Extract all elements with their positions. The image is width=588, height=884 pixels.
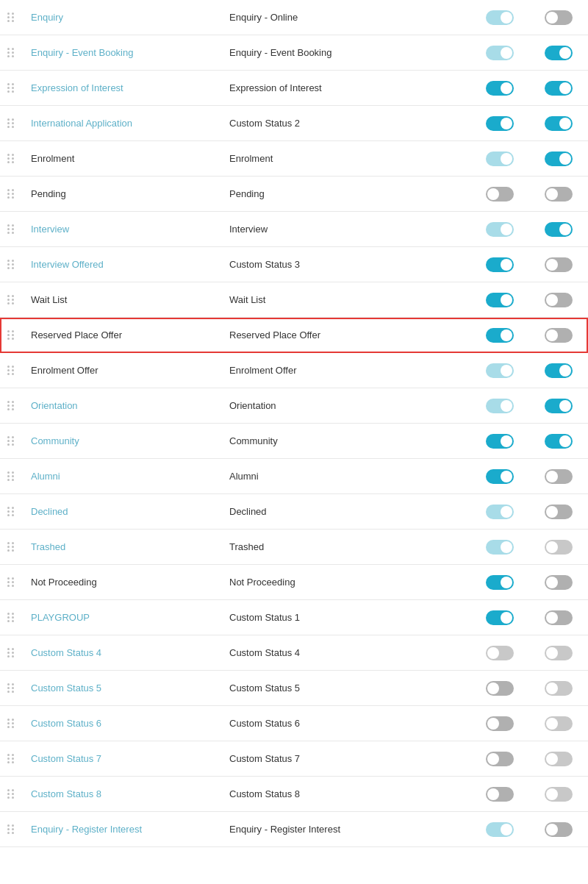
- row-status-text: Alumni: [220, 463, 470, 489]
- toggle-col1: [470, 787, 529, 802]
- drag-handle[interactable]: [0, 260, 22, 269]
- toggle-2[interactable]: [545, 505, 573, 519]
- drag-handle[interactable]: [0, 401, 22, 410]
- toggle-1[interactable]: [486, 469, 514, 484]
- toggle-1[interactable]: [486, 716, 514, 731]
- toggle-1[interactable]: [486, 257, 514, 272]
- toggle-1[interactable]: [486, 681, 514, 696]
- toggle-2[interactable]: [545, 787, 573, 802]
- toggle-2[interactable]: [545, 363, 573, 378]
- toggle-2[interactable]: [545, 822, 573, 837]
- toggle-1[interactable]: [486, 752, 514, 766]
- toggle-1[interactable]: [486, 610, 514, 625]
- toggle-2[interactable]: [545, 46, 573, 60]
- toggle-2[interactable]: [545, 540, 573, 555]
- toggle-col2: [529, 646, 588, 660]
- drag-handle[interactable]: [0, 789, 22, 799]
- row-name-text: Custom Status 6: [31, 718, 101, 729]
- toggle-col1: [470, 116, 529, 131]
- drag-handle[interactable]: [0, 366, 22, 375]
- toggle-col1: [470, 505, 529, 519]
- drag-handle[interactable]: [0, 613, 22, 622]
- toggle-2[interactable]: [545, 469, 573, 484]
- drag-handle[interactable]: [0, 648, 22, 657]
- toggle-col1: [470, 81, 529, 96]
- row-name: Custom Status 7: [22, 746, 220, 771]
- toggle-1[interactable]: [486, 81, 514, 96]
- toggle-1[interactable]: [486, 46, 514, 60]
- drag-handle[interactable]: [0, 83, 22, 93]
- toggle-2[interactable]: [545, 434, 573, 449]
- toggle-1[interactable]: [486, 399, 514, 413]
- toggle-1[interactable]: [486, 575, 514, 590]
- row-name-text: Not Proceeding: [31, 577, 97, 588]
- toggle-1[interactable]: [486, 505, 514, 519]
- toggle-2[interactable]: [545, 328, 573, 343]
- drag-handle[interactable]: [0, 295, 22, 304]
- toggle-col1: [470, 540, 529, 555]
- toggle-2[interactable]: [545, 610, 573, 625]
- toggle-2[interactable]: [545, 152, 573, 166]
- row-name: Pending: [22, 181, 220, 207]
- toggle-1[interactable]: [486, 10, 514, 25]
- toggle-1[interactable]: [486, 822, 514, 837]
- drag-handle[interactable]: [0, 471, 22, 481]
- toggle-col1: [470, 752, 529, 766]
- toggle-2[interactable]: [545, 646, 573, 660]
- row-status-text: Declined: [220, 499, 470, 524]
- toggle-1[interactable]: [486, 646, 514, 660]
- toggle-col2: [529, 10, 588, 25]
- toggle-1[interactable]: [486, 363, 514, 378]
- row-status-text: Enrolment: [220, 146, 470, 171]
- row-name: Interview Offered: [22, 252, 220, 277]
- toggle-1[interactable]: [486, 328, 514, 343]
- toggle-col2: [529, 540, 588, 555]
- row-name-text: Enquiry - Register Interest: [31, 824, 142, 835]
- toggle-1[interactable]: [486, 293, 514, 307]
- toggle-1[interactable]: [486, 540, 514, 555]
- drag-handle[interactable]: [0, 683, 22, 693]
- toggle-2[interactable]: [545, 399, 573, 413]
- row-name: Orientation: [22, 393, 220, 418]
- toggle-1[interactable]: [486, 187, 514, 202]
- drag-handle[interactable]: [0, 118, 22, 128]
- table-row: Custom Status 7Custom Status 7: [0, 741, 588, 777]
- toggle-1[interactable]: [486, 152, 514, 166]
- toggle-2[interactable]: [545, 681, 573, 696]
- toggle-2[interactable]: [545, 222, 573, 237]
- table-row: InterviewInterview: [0, 212, 588, 247]
- toggle-1[interactable]: [486, 222, 514, 237]
- toggle-col2: [529, 752, 588, 766]
- drag-handle[interactable]: [0, 754, 22, 763]
- drag-handle[interactable]: [0, 542, 22, 552]
- toggle-2[interactable]: [545, 116, 573, 131]
- drag-handle[interactable]: [0, 824, 22, 834]
- row-name-text: Custom Status 7: [31, 753, 101, 764]
- toggle-2[interactable]: [545, 187, 573, 202]
- drag-handle[interactable]: [0, 436, 22, 446]
- drag-handle[interactable]: [0, 189, 22, 199]
- toggle-1[interactable]: [486, 434, 514, 449]
- drag-handle[interactable]: [0, 48, 22, 57]
- drag-handle[interactable]: [0, 154, 22, 163]
- toggle-2[interactable]: [545, 716, 573, 731]
- toggle-2[interactable]: [545, 293, 573, 307]
- toggle-col2: [529, 681, 588, 696]
- toggle-2[interactable]: [545, 81, 573, 96]
- drag-handle[interactable]: [0, 224, 22, 234]
- toggle-col2: [529, 822, 588, 837]
- drag-handle[interactable]: [0, 719, 22, 728]
- row-name-text: Expression of Interest: [31, 82, 123, 93]
- toggle-2[interactable]: [545, 10, 573, 25]
- toggle-2[interactable]: [545, 575, 573, 590]
- row-name-text: Enquiry: [31, 12, 63, 23]
- toggle-2[interactable]: [545, 752, 573, 766]
- toggle-1[interactable]: [486, 787, 514, 802]
- drag-handle[interactable]: [0, 577, 22, 587]
- drag-handle[interactable]: [0, 13, 22, 22]
- drag-handle[interactable]: [0, 330, 22, 340]
- toggle-2[interactable]: [545, 257, 573, 272]
- toggle-col2: [529, 610, 588, 625]
- drag-handle[interactable]: [0, 507, 22, 516]
- toggle-1[interactable]: [486, 116, 514, 131]
